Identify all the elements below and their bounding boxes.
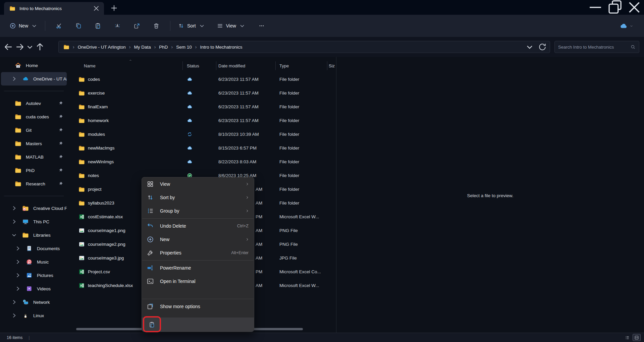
submenu-chevron-icon (245, 195, 249, 199)
main-area: HomeOneDrive - UT ArlinAutolevcuda codes… (0, 57, 644, 333)
file-row[interactable]: newMacImgs8/15/2023 6:57 PMFile folder (68, 141, 336, 155)
file-row[interactable]: finalExam6/23/2023 11:57 AMFile folder (68, 100, 336, 114)
address-dropdown-icon[interactable] (525, 42, 534, 52)
new-tab-button[interactable] (109, 3, 119, 13)
menu-item-sort-by[interactable]: Sort by (142, 191, 254, 204)
file-name: homework (88, 118, 109, 123)
chevron-down-icon[interactable] (630, 24, 633, 28)
sort-button-label: Sort (187, 23, 196, 28)
menu-item-open-in-terminal[interactable]: Open in Terminal (142, 275, 254, 288)
sidebar-item-label: Research (26, 181, 45, 186)
menu-item-new[interactable]: New (142, 233, 254, 246)
breadcrumb-item[interactable]: Sem 10 (174, 43, 194, 51)
sidebar-item-cuda-codes[interactable]: cuda codes (1, 110, 67, 123)
large-icons-view-icon (634, 335, 639, 340)
more-options-button[interactable] (254, 19, 269, 33)
sidebar-item-autolev[interactable]: Autolev (1, 97, 67, 110)
large-icons-view-button[interactable] (633, 334, 641, 341)
restore-button[interactable] (605, 0, 625, 15)
breadcrumb-item[interactable]: My Data (132, 43, 153, 51)
cloud-status-icon (187, 145, 193, 151)
chevron-right-icon (11, 218, 17, 225)
search-input[interactable] (558, 45, 630, 50)
new-plus-icon (9, 22, 16, 29)
search-box[interactable] (554, 41, 639, 53)
sidebar-item-home[interactable]: Home (1, 59, 67, 72)
file-explorer-window: Intro to Mechatronics New Sort View (0, 0, 644, 342)
paste-icon (95, 22, 101, 29)
column-header-type[interactable]: Type (276, 61, 327, 70)
file-row[interactable]: exercise6/23/2023 11:57 AMFile folder (68, 86, 336, 100)
sidebar-item-pictures[interactable]: Pictures (1, 269, 67, 282)
navigation-pane: HomeOneDrive - UT ArlinAutolevcuda codes… (0, 57, 68, 333)
date-modified: 6/23/2023 11:57 AM (216, 118, 276, 123)
file-type: File folder (276, 132, 327, 137)
sidebar-item-documents[interactable]: Documents (1, 242, 67, 255)
onedrive-sync-icon[interactable] (620, 22, 628, 30)
date-modified: 6/23/2023 11:57 AM (216, 104, 276, 109)
column-header-date-modified[interactable]: Date modified (216, 61, 276, 70)
file-name: project (88, 187, 102, 192)
image-file-icon (78, 255, 85, 261)
column-header-label: Siz (329, 63, 335, 68)
sidebar-item-linux[interactable]: Linux (1, 309, 67, 322)
explorer-tab[interactable]: Intro to Mechatronics (4, 2, 104, 15)
menu-item-undo-delete[interactable]: Undo DeleteCtrl+Z (142, 219, 254, 233)
menu-spacer (142, 288, 254, 298)
file-row[interactable]: homework6/23/2023 11:57 AMFile folder (68, 114, 336, 127)
file-type: File folder (276, 173, 327, 178)
file-row[interactable]: codes6/23/2023 11:57 AMFile folder (68, 72, 336, 86)
sidebar-item-masters[interactable]: Masters (1, 137, 67, 150)
sidebar-item-research[interactable]: Research (1, 177, 67, 190)
file-row[interactable]: modules8/10/2023 10:39 AMFile folder (68, 127, 336, 141)
menu-item-view[interactable]: View (142, 177, 254, 191)
sidebar-item-onedrive-ut-arlin[interactable]: OneDrive - UT Arlin (1, 72, 67, 86)
breadcrumb[interactable]: ›OneDrive - UT Arlington›My Data›PhD›Sem… (58, 41, 550, 53)
minimize-button[interactable] (586, 0, 605, 15)
menu-item-powerrename[interactable]: PowerRename (142, 261, 254, 275)
new-button[interactable]: New (6, 20, 41, 32)
sidebar-item-matlab[interactable]: MATLAB (1, 150, 67, 164)
menu-item-label: Properties (160, 250, 181, 255)
recent-locations-button[interactable] (25, 41, 34, 53)
chevron-right-icon (14, 259, 21, 265)
sidebar-item-this-pc[interactable]: This PC (1, 215, 67, 228)
file-name: newMacImgs (88, 146, 115, 151)
breadcrumb-item[interactable]: PhD (157, 43, 170, 51)
sort-button[interactable]: Sort (174, 20, 209, 32)
menu-item-properties[interactable]: PropertiesAlt+Enter (142, 246, 254, 260)
column-header-siz[interactable]: Siz (327, 61, 336, 70)
refresh-icon[interactable] (538, 42, 547, 52)
menu-item-show-more-options[interactable]: Show more options (142, 300, 254, 313)
this-pc-icon (22, 218, 29, 225)
sidebar-item-libraries[interactable]: Libraries (1, 228, 67, 242)
details-view-button[interactable] (623, 334, 631, 341)
sidebar-item-music[interactable]: Music (1, 255, 67, 269)
column-header-name[interactable]: Name (68, 61, 183, 70)
sidebar-item-phd[interactable]: PhD (1, 164, 67, 177)
tab-close-icon[interactable] (92, 4, 101, 13)
file-row[interactable]: newWinImgs8/22/2023 8:03 AMFile folder (68, 155, 336, 169)
forward-button[interactable] (14, 41, 25, 53)
column-header-status[interactable]: Status (183, 61, 216, 70)
close-button[interactable] (625, 0, 644, 15)
sidebar-item-git[interactable]: Git (1, 123, 67, 137)
sidebar-item-label: Masters (26, 141, 42, 146)
sidebar-item-videos[interactable]: Videos (1, 282, 67, 295)
copy-button[interactable] (71, 19, 86, 33)
sidebar-item-network[interactable]: Network (1, 295, 67, 309)
view-button[interactable]: View (213, 20, 249, 32)
delete-button[interactable] (149, 19, 164, 33)
share-button[interactable] (129, 19, 144, 33)
file-name: finalExam (88, 104, 108, 109)
sidebar-item-creative-cloud-files[interactable]: @Creative Cloud Files (1, 202, 67, 215)
cut-button[interactable] (52, 19, 66, 33)
rename-button[interactable] (110, 19, 125, 33)
breadcrumb-item[interactable]: Intro to Mechatronics (198, 43, 244, 51)
breadcrumb-item[interactable]: OneDrive - UT Arlington (76, 43, 128, 51)
menu-item-group-by[interactable]: Group by (142, 204, 254, 218)
back-button[interactable] (3, 41, 14, 53)
paste-button[interactable] (91, 19, 105, 33)
up-button[interactable] (34, 41, 46, 53)
file-type: PNG File (276, 242, 327, 247)
